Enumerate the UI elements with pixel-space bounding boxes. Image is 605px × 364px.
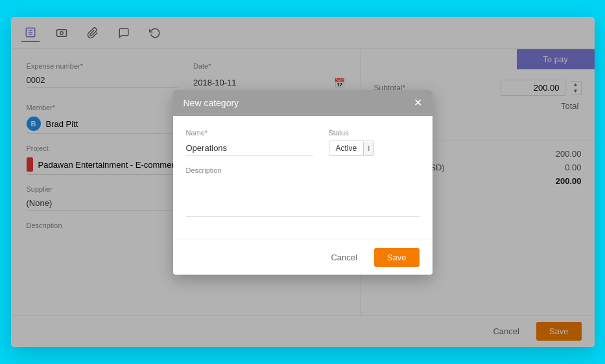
modal-overlay: New category ✕ Name* Status Active I (11, 17, 595, 347)
modal-title: New category (184, 98, 239, 108)
modal-header: New category ✕ (173, 90, 433, 116)
new-category-modal: New category ✕ Name* Status Active I (173, 90, 433, 275)
modal-name-label: Name* (186, 129, 313, 137)
modal-description-label: Description (186, 166, 420, 174)
modal-body: Name* Status Active I Description (173, 116, 433, 240)
modal-cancel-button[interactable]: Cancel (322, 249, 366, 266)
modal-close-button[interactable]: ✕ (414, 98, 422, 108)
modal-name-group: Name* (186, 129, 313, 156)
modal-status-label: Status (329, 129, 420, 137)
app-window: Expense number* Date* 📅 Member* B (11, 17, 595, 347)
modal-status-group: Status Active I (329, 129, 420, 156)
modal-footer: Cancel Save (173, 240, 433, 275)
modal-name-input[interactable] (186, 141, 313, 156)
status-toggle-button[interactable]: I (363, 142, 374, 155)
modal-save-button[interactable]: Save (374, 248, 420, 267)
status-value: Active (329, 141, 364, 155)
modal-description-group: Description (186, 166, 420, 219)
modal-name-status-row: Name* Status Active I (186, 129, 420, 156)
modal-description-input[interactable] (186, 178, 420, 217)
status-badge: Active I (329, 141, 375, 156)
